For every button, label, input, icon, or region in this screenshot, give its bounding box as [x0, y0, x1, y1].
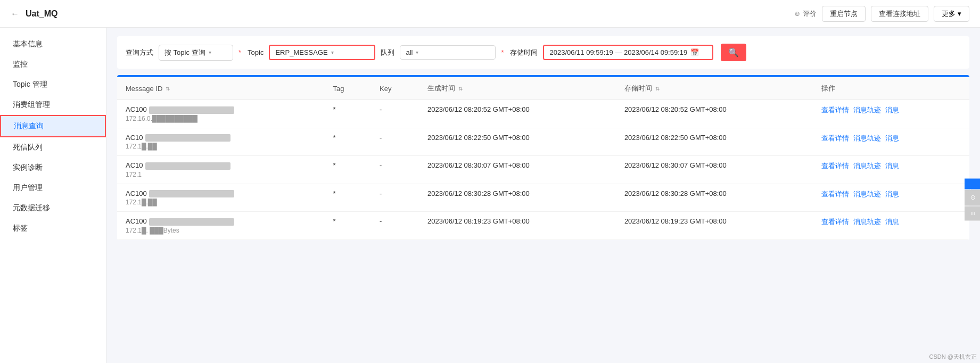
- cell-key: -: [371, 212, 419, 240]
- cell-key: -: [371, 100, 419, 128]
- msg-id-sub: 172.16.0.██████████: [126, 115, 316, 122]
- action-link-2[interactable]: 消息: [885, 161, 899, 171]
- date-range-picker[interactable]: 2023/06/11 09:59:19 — 2023/06/14 09:59:1…: [543, 45, 713, 60]
- sidebar-item-meta-migrate[interactable]: 元数据迁移: [0, 198, 106, 218]
- cell-tag: *: [325, 212, 372, 240]
- action-link-1[interactable]: 消息轨迹: [853, 189, 881, 199]
- header: ← Uat_MQ ☺ 评价 重启节点 查看连接地址 更多 ▾: [0, 0, 980, 28]
- col-store-time-label: 存储时间: [624, 84, 652, 93]
- col-create-time-sort[interactable]: 生成时间 ⇅: [427, 84, 463, 93]
- cell-create-time: 2023/06/12 08:20:52 GMT+08:00: [419, 100, 616, 128]
- method-select-arrow: ▾: [209, 50, 211, 55]
- restart-button[interactable]: 重启节点: [822, 6, 866, 22]
- sidebar-item-user-mgmt[interactable]: 用户管理: [0, 178, 106, 198]
- view-address-button[interactable]: 查看连接地址: [871, 6, 928, 22]
- action-link-0[interactable]: 查看详情: [821, 105, 849, 115]
- col-store-time: 存储时间 ⇅: [616, 77, 813, 100]
- float-btn-2[interactable]: ≡: [965, 207, 980, 221]
- cell-store-time: 2023/06/12 08:30:28 GMT+08:00: [616, 184, 813, 212]
- more-button[interactable]: 更多 ▾: [934, 6, 969, 22]
- sidebar-item-consumer-group[interactable]: 消费组管理: [0, 95, 106, 115]
- cell-message-id: AC10 172.1: [117, 156, 325, 184]
- action-link-1[interactable]: 消息轨迹: [853, 134, 881, 143]
- chevron-down-icon: ▾: [958, 10, 961, 18]
- action-link-0[interactable]: 查看详情: [821, 217, 849, 227]
- smile-icon: ☺: [794, 10, 801, 18]
- msg-id-main: AC100: [126, 189, 316, 198]
- cell-tag: *: [325, 184, 372, 212]
- action-link-1[interactable]: 消息轨迹: [853, 105, 881, 115]
- msg-id-sub: 172.1█.██: [126, 143, 316, 150]
- action-link-2[interactable]: 消息: [885, 134, 899, 143]
- queue-select-arrow: ▾: [416, 50, 418, 55]
- main-content: 查询方式 按 Topic 查询 ▾ * Topic ERP_MESSAGE ▾ …: [106, 28, 980, 363]
- cell-create-time: 2023/06/12 08:19:23 GMT+08:00: [419, 212, 616, 240]
- action-link-2[interactable]: 消息: [885, 189, 899, 199]
- col-create-time: 生成时间 ⇅: [419, 77, 616, 100]
- table-body: AC100 172.16.0.██████████ *-2023/06/12 0…: [117, 100, 969, 240]
- action-link-0[interactable]: 查看详情: [821, 189, 849, 199]
- topic-value: ERP_MESSAGE: [275, 48, 327, 56]
- sidebar-item-dead-letter[interactable]: 死信队列: [0, 137, 106, 158]
- table-row: AC100 172.1█. ███Bytes *-2023/06/12 08:1…: [117, 212, 969, 240]
- cell-store-time: 2023/06/12 08:30:07 GMT+08:00: [616, 156, 813, 184]
- search-button[interactable]: 🔍: [721, 44, 746, 61]
- cell-message-id: AC100 172.1█. ███Bytes: [117, 212, 325, 240]
- cell-key: -: [371, 128, 419, 156]
- eval-button[interactable]: ☺ 评价: [794, 9, 817, 19]
- header-right: ☺ 评价 重启节点 查看连接地址 更多 ▾: [794, 6, 969, 22]
- table-row: AC100 172.1█.██ *-2023/06/12 08:30:28 GM…: [117, 184, 969, 212]
- cell-action: 查看详情消息轨迹消息: [813, 156, 969, 184]
- cell-create-time: 2023/06/12 08:30:28 GMT+08:00: [419, 184, 616, 212]
- topic-select-arrow: ▾: [331, 50, 334, 55]
- cell-action: 查看详情消息轨迹消息: [813, 100, 969, 128]
- action-link-1[interactable]: 消息轨迹: [853, 217, 881, 227]
- layout: 基本信息 监控 Topic 管理 消费组管理 消息查询 死信队列 实例诊断 用户…: [0, 28, 980, 363]
- sidebar-item-message-query[interactable]: 消息查询: [0, 115, 106, 137]
- sidebar-item-topic-mgmt[interactable]: Topic 管理: [0, 75, 106, 95]
- queue-select[interactable]: all ▾: [400, 45, 496, 60]
- sort-icon-store-time: ⇅: [655, 86, 660, 92]
- sidebar-item-tags[interactable]: 标签: [0, 218, 106, 238]
- table-row: AC100 172.16.0.██████████ *-2023/06/12 0…: [117, 100, 969, 128]
- float-buttons: 订 ⊙ ≡: [965, 179, 980, 221]
- queue-label: 队列: [381, 48, 394, 57]
- msg-id-main: AC100: [126, 105, 316, 114]
- sidebar-item-monitor[interactable]: 监控: [0, 54, 106, 75]
- action-link-0[interactable]: 查看详情: [821, 161, 849, 171]
- app-title: Uat_MQ: [26, 9, 57, 19]
- float-btn-subscribe[interactable]: 订: [965, 179, 980, 189]
- cell-store-time: 2023/06/12 08:19:23 GMT+08:00: [616, 212, 813, 240]
- col-message-id-sort[interactable]: Message ID ⇅: [126, 85, 170, 93]
- sidebar-item-instance-diag[interactable]: 实例诊断: [0, 158, 106, 178]
- msg-id-main: AC10: [126, 134, 316, 142]
- float-btn-1[interactable]: ⊙: [965, 190, 980, 206]
- col-key: Key: [371, 77, 419, 100]
- msg-id-sub: 172.1█.██: [126, 199, 316, 206]
- action-link-2[interactable]: 消息: [885, 105, 899, 115]
- cell-create-time: 2023/06/12 08:22:50 GMT+08:00: [419, 128, 616, 156]
- cell-key: -: [371, 184, 419, 212]
- time-required-star: *: [501, 48, 504, 56]
- method-select[interactable]: 按 Topic 查询 ▾: [159, 45, 233, 61]
- col-store-time-sort[interactable]: 存储时间 ⇅: [624, 84, 660, 93]
- sidebar-item-basic-info[interactable]: 基本信息: [0, 34, 106, 54]
- method-value: 按 Topic 查询: [164, 48, 205, 57]
- cell-store-time: 2023/06/12 08:22:50 GMT+08:00: [616, 128, 813, 156]
- calendar-icon: 📅: [690, 48, 699, 56]
- message-table-container: Message ID ⇅ Tag Key 生成时间 ⇅: [117, 75, 969, 240]
- back-icon[interactable]: ←: [11, 9, 19, 19]
- col-tag: Tag: [325, 77, 372, 100]
- more-label: 更多: [942, 9, 956, 19]
- method-label: 查询方式: [126, 48, 153, 57]
- cell-action: 查看详情消息轨迹消息: [813, 212, 969, 240]
- eval-label: 评价: [803, 9, 817, 19]
- store-time-label: 存储时间: [510, 48, 538, 57]
- action-link-1[interactable]: 消息轨迹: [853, 161, 881, 171]
- topic-select[interactable]: ERP_MESSAGE ▾: [269, 45, 375, 60]
- sort-icon-create-time: ⇅: [458, 86, 463, 92]
- action-link-2[interactable]: 消息: [885, 217, 899, 227]
- msg-id-main: AC100: [126, 217, 316, 226]
- cell-tag: *: [325, 100, 372, 128]
- action-link-0[interactable]: 查看详情: [821, 134, 849, 143]
